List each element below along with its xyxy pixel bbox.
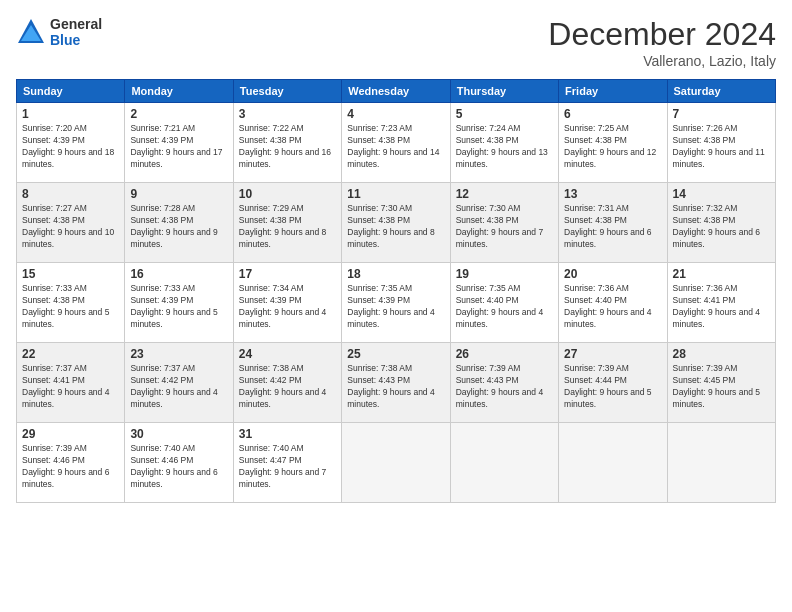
calendar-week-2: 8 Sunrise: 7:27 AM Sunset: 4:38 PM Dayli… — [17, 183, 776, 263]
table-row: 1 Sunrise: 7:20 AM Sunset: 4:39 PM Dayli… — [17, 103, 125, 183]
month-title: December 2024 — [548, 16, 776, 53]
logo-text: General Blue — [50, 16, 102, 48]
calendar-week-3: 15 Sunrise: 7:33 AM Sunset: 4:38 PM Dayl… — [17, 263, 776, 343]
col-wednesday: Wednesday — [342, 80, 450, 103]
table-row: 12 Sunrise: 7:30 AM Sunset: 4:38 PM Dayl… — [450, 183, 558, 263]
table-row: 29 Sunrise: 7:39 AM Sunset: 4:46 PM Dayl… — [17, 423, 125, 503]
page: General Blue December 2024 Vallerano, La… — [0, 0, 792, 612]
table-row: 5 Sunrise: 7:24 AM Sunset: 4:38 PM Dayli… — [450, 103, 558, 183]
table-row: 10 Sunrise: 7:29 AM Sunset: 4:38 PM Dayl… — [233, 183, 341, 263]
table-row: 11 Sunrise: 7:30 AM Sunset: 4:38 PM Dayl… — [342, 183, 450, 263]
table-row: 14 Sunrise: 7:32 AM Sunset: 4:38 PM Dayl… — [667, 183, 775, 263]
location: Vallerano, Lazio, Italy — [548, 53, 776, 69]
table-row: 6 Sunrise: 7:25 AM Sunset: 4:38 PM Dayli… — [559, 103, 667, 183]
table-row: 19 Sunrise: 7:35 AM Sunset: 4:40 PM Dayl… — [450, 263, 558, 343]
table-row: 23 Sunrise: 7:37 AM Sunset: 4:42 PM Dayl… — [125, 343, 233, 423]
table-row: 20 Sunrise: 7:36 AM Sunset: 4:40 PM Dayl… — [559, 263, 667, 343]
table-row: 25 Sunrise: 7:38 AM Sunset: 4:43 PM Dayl… — [342, 343, 450, 423]
table-row: 21 Sunrise: 7:36 AM Sunset: 4:41 PM Dayl… — [667, 263, 775, 343]
col-saturday: Saturday — [667, 80, 775, 103]
header: General Blue December 2024 Vallerano, La… — [16, 16, 776, 69]
calendar-week-1: 1 Sunrise: 7:20 AM Sunset: 4:39 PM Dayli… — [17, 103, 776, 183]
col-sunday: Sunday — [17, 80, 125, 103]
table-row: 27 Sunrise: 7:39 AM Sunset: 4:44 PM Dayl… — [559, 343, 667, 423]
calendar-week-5: 29 Sunrise: 7:39 AM Sunset: 4:46 PM Dayl… — [17, 423, 776, 503]
table-row: 15 Sunrise: 7:33 AM Sunset: 4:38 PM Dayl… — [17, 263, 125, 343]
table-row: 16 Sunrise: 7:33 AM Sunset: 4:39 PM Dayl… — [125, 263, 233, 343]
table-row: 18 Sunrise: 7:35 AM Sunset: 4:39 PM Dayl… — [342, 263, 450, 343]
empty-cell — [450, 423, 558, 503]
table-row: 22 Sunrise: 7:37 AM Sunset: 4:41 PM Dayl… — [17, 343, 125, 423]
empty-cell — [342, 423, 450, 503]
table-row: 30 Sunrise: 7:40 AM Sunset: 4:46 PM Dayl… — [125, 423, 233, 503]
table-row: 17 Sunrise: 7:34 AM Sunset: 4:39 PM Dayl… — [233, 263, 341, 343]
table-row: 7 Sunrise: 7:26 AM Sunset: 4:38 PM Dayli… — [667, 103, 775, 183]
col-monday: Monday — [125, 80, 233, 103]
col-friday: Friday — [559, 80, 667, 103]
empty-cell — [667, 423, 775, 503]
table-row: 8 Sunrise: 7:27 AM Sunset: 4:38 PM Dayli… — [17, 183, 125, 263]
table-row: 3 Sunrise: 7:22 AM Sunset: 4:38 PM Dayli… — [233, 103, 341, 183]
calendar-header-row: Sunday Monday Tuesday Wednesday Thursday… — [17, 80, 776, 103]
table-row: 13 Sunrise: 7:31 AM Sunset: 4:38 PM Dayl… — [559, 183, 667, 263]
table-row: 28 Sunrise: 7:39 AM Sunset: 4:45 PM Dayl… — [667, 343, 775, 423]
calendar-week-4: 22 Sunrise: 7:37 AM Sunset: 4:41 PM Dayl… — [17, 343, 776, 423]
empty-cell — [559, 423, 667, 503]
col-tuesday: Tuesday — [233, 80, 341, 103]
table-row: 4 Sunrise: 7:23 AM Sunset: 4:38 PM Dayli… — [342, 103, 450, 183]
table-row: 9 Sunrise: 7:28 AM Sunset: 4:38 PM Dayli… — [125, 183, 233, 263]
table-row: 26 Sunrise: 7:39 AM Sunset: 4:43 PM Dayl… — [450, 343, 558, 423]
calendar: Sunday Monday Tuesday Wednesday Thursday… — [16, 79, 776, 503]
table-row: 2 Sunrise: 7:21 AM Sunset: 4:39 PM Dayli… — [125, 103, 233, 183]
table-row: 31 Sunrise: 7:40 AM Sunset: 4:47 PM Dayl… — [233, 423, 341, 503]
logo-icon — [16, 17, 46, 47]
table-row: 24 Sunrise: 7:38 AM Sunset: 4:42 PM Dayl… — [233, 343, 341, 423]
col-thursday: Thursday — [450, 80, 558, 103]
title-block: December 2024 Vallerano, Lazio, Italy — [548, 16, 776, 69]
logo: General Blue — [16, 16, 102, 48]
